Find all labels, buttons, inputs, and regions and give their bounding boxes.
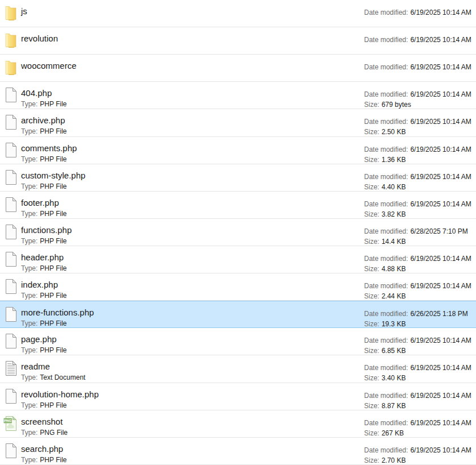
name-block: index.php Type:PHP File: [21, 273, 67, 300]
size-label: Size:: [364, 210, 379, 218]
file-row[interactable]: footer.php Type:PHP File Date modified:6…: [0, 192, 476, 219]
date-modified-value: 6/19/2025 10:14 AM: [410, 9, 471, 16]
type-value: Text Document: [40, 373, 85, 381]
date-modified-label: Date modified:: [364, 227, 408, 235]
date-modified-line: Date modified:6/28/2025 7:10 PM: [364, 226, 468, 236]
file-row[interactable]: custom-style.php Type:PHP File Date modi…: [0, 164, 476, 192]
date-modified-value: 6/19/2025 10:14 AM: [410, 419, 471, 427]
size-label: Size:: [364, 101, 379, 109]
date-modified-label: Date modified:: [364, 146, 408, 153]
file-icon: [0, 82, 21, 109]
size-label: Size:: [364, 374, 379, 382]
file-row[interactable]: functions.php Type:PHP File Date modifie…: [0, 219, 476, 246]
date-modified-label: Date modified:: [364, 90, 408, 98]
date-modified-line: Date modified:6/19/2025 10:14 AM: [364, 254, 471, 264]
file-icon: [0, 246, 21, 273]
file-type-line: Type:PHP File: [21, 346, 67, 354]
size-value: 4.88 KB: [382, 265, 406, 273]
file-name: js: [21, 6, 27, 16]
date-modified-value: 6/19/2025 10:14 AM: [410, 36, 471, 44]
type-label: Type:: [21, 210, 37, 218]
date-modified-line: Date modified:6/19/2025 10:14 AM: [364, 144, 471, 155]
size-value: 1.36 KB: [382, 156, 406, 164]
date-modified-value: 6/19/2025 10:14 AM: [410, 146, 471, 153]
file-row[interactable]: index.php Type:PHP File Date modified:6/…: [0, 273, 476, 301]
file-type-line: Type:PHP File: [21, 210, 67, 218]
text-document-icon: [0, 355, 21, 382]
date-modified-label: Date modified:: [364, 419, 408, 427]
type-value: PNG File: [40, 429, 68, 437]
date-modified-line: Date modified:6/19/2025 10:14 AM: [364, 35, 471, 45]
size-value: 19.3 KB: [382, 320, 406, 328]
date-modified-line: Date modified:6/19/2025 10:14 AM: [364, 199, 471, 209]
date-modified-line: Date modified:6/19/2025 10:14 AM: [364, 335, 471, 346]
type-value: PHP File: [40, 237, 66, 245]
date-modified-label: Date modified:: [364, 337, 408, 344]
date-modified-label: Date modified:: [364, 282, 408, 290]
size-value: 3.40 KB: [382, 374, 406, 382]
file-row[interactable]: js Date modified:6/19/2025 10:14 AM: [0, 0, 476, 27]
type-value: PHP File: [40, 456, 66, 464]
size-label: Size:: [364, 292, 379, 300]
size-line: Size:679 bytes: [364, 99, 471, 110]
file-type-line: Type:PHP File: [21, 401, 99, 409]
type-label: Type:: [21, 429, 37, 437]
date-modified-label: Date modified:: [364, 364, 408, 372]
file-row[interactable]: comments.php Type:PHP File Date modified…: [0, 137, 476, 164]
date-modified-value: 6/19/2025 10:14 AM: [410, 337, 471, 344]
file-row[interactable]: archive.php Type:PHP File Date modified:…: [0, 109, 476, 136]
type-label: Type:: [21, 127, 37, 135]
date-modified-line: Date modified:6/19/2025 10:14 AM: [364, 172, 471, 182]
name-block: revolution: [21, 27, 58, 54]
file-row[interactable]: 404.php Type:PHP File Date modified:6/19…: [0, 82, 476, 109]
type-value: PHP File: [40, 292, 66, 300]
date-modified-value: 6/19/2025 10:14 AM: [410, 200, 471, 208]
file-row[interactable]: revolution-home.php Type:PHP File Date m…: [0, 383, 476, 410]
type-label: Type:: [21, 373, 37, 381]
file-icon: [0, 109, 21, 136]
file-row[interactable]: more-functions.php Type:PHP File Date mo…: [0, 301, 476, 328]
type-label: Type:: [21, 155, 37, 163]
date-modified-line: Date modified:6/26/2025 1:18 PM: [364, 309, 468, 319]
file-name: revolution-home.php: [21, 389, 99, 400]
type-value: PHP File: [40, 182, 66, 190]
type-label: Type:: [21, 264, 37, 272]
file-row[interactable]: search.php Type:PHP File Date modified:6…: [0, 438, 476, 465]
file-icon: [0, 192, 21, 218]
file-type-line: Type:Text Document: [21, 373, 85, 381]
size-line: Size:8.87 KB: [364, 401, 471, 411]
name-block: readme Type:Text Document: [21, 355, 85, 382]
file-row[interactable]: woocommerce Date modified:6/19/2025 10:1…: [0, 55, 476, 82]
size-label: Size:: [364, 265, 379, 273]
file-row[interactable]: page.php Type:PHP File Date modified:6/1…: [0, 328, 476, 355]
size-value: 4.40 KB: [382, 183, 406, 191]
file-name: functions.php: [21, 225, 72, 235]
file-type-line: Type:PHP File: [21, 237, 72, 245]
name-block: footer.php Type:PHP File: [21, 192, 67, 218]
file-row[interactable]: revolution Date modified:6/19/2025 10:14…: [0, 27, 476, 55]
date-modified-label: Date modified:: [364, 63, 408, 71]
file-type-line: Type:PHP File: [21, 319, 94, 327]
file-icon: [0, 438, 21, 464]
info-block: Date modified:6/19/2025 10:14 AM Size:2.…: [364, 117, 471, 137]
file-row[interactable]: header.php Type:PHP File Date modified:6…: [0, 246, 476, 273]
file-row[interactable]: PNG screenshot Type:PNG File Date modifi…: [0, 410, 476, 438]
size-value: 14.4 KB: [382, 238, 406, 246]
size-label: Size:: [364, 183, 379, 191]
file-list: js Date modified:6/19/2025 10:14 AM revo…: [0, 0, 476, 465]
date-modified-value: 6/26/2025 1:18 PM: [410, 310, 467, 318]
file-name: more-functions.php: [21, 307, 94, 318]
info-block: Date modified:6/19/2025 10:14 AM: [364, 62, 471, 72]
info-block: Date modified:6/19/2025 10:14 AM Size:4.…: [364, 254, 471, 274]
size-label: Size:: [364, 347, 379, 355]
size-value: 6.85 KB: [382, 347, 406, 355]
size-value: 679 bytes: [382, 101, 411, 109]
type-value: PHP File: [40, 346, 66, 354]
file-type-line: Type:PHP File: [21, 182, 85, 190]
file-row[interactable]: readme Type:Text Document Date modified:…: [0, 355, 476, 383]
file-type-line: Type:PHP File: [21, 155, 77, 163]
file-name: woocommerce: [21, 60, 77, 71]
file-name: readme: [21, 361, 85, 372]
date-modified-label: Date modified:: [364, 446, 408, 454]
file-icon: [0, 219, 21, 246]
